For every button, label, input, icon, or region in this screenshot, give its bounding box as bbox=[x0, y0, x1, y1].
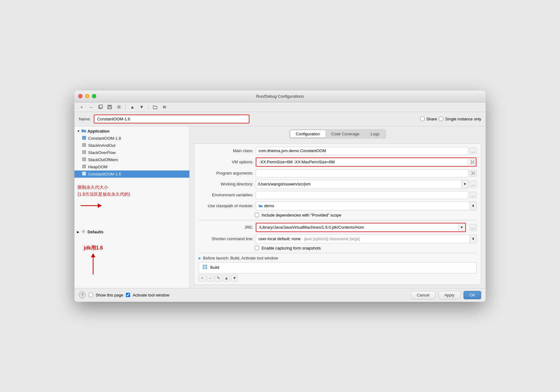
ok-button[interactable]: OK bbox=[463, 291, 481, 299]
env-vars-label: Environment variables: bbox=[199, 193, 253, 197]
tab-code-coverage[interactable]: Code Coverage bbox=[325, 130, 365, 138]
main-class-input[interactable] bbox=[256, 147, 468, 155]
main-class-expand-button[interactable]: ... bbox=[470, 147, 477, 154]
help-button[interactable]: ? bbox=[79, 292, 86, 298]
annotation-text-3: jdk用1.6 bbox=[84, 245, 186, 251]
file-icon-4: J bbox=[82, 157, 86, 162]
annotation-arrow-1 bbox=[78, 199, 102, 212]
shorten-dropdown-button[interactable]: ⬍ bbox=[469, 235, 476, 243]
include-deps-checkbox[interactable] bbox=[255, 213, 259, 217]
svg-text:J: J bbox=[83, 137, 85, 139]
working-dir-row: Working directory: ▼ ... bbox=[199, 180, 477, 189]
before-launch-triangle-icon: ▶ bbox=[199, 256, 201, 260]
program-args-input[interactable] bbox=[256, 169, 468, 177]
sidebar-item-constantoom18[interactable]: J ConstantOOM-1.8 bbox=[74, 135, 189, 142]
build-remove-button[interactable]: – bbox=[207, 275, 214, 282]
divider-1 bbox=[199, 220, 477, 220]
svg-text:J: J bbox=[83, 166, 85, 168]
sidebar-item-stackinandout[interactable]: J StackInAndOut bbox=[74, 142, 189, 149]
chevron-right-icon: ▶ bbox=[77, 230, 79, 234]
application-chevron-icon: ▼ bbox=[77, 129, 80, 133]
include-deps-row: Include dependencies with "Provided" sco… bbox=[255, 213, 477, 217]
classpath-label: Use classpath of module: bbox=[199, 203, 253, 208]
move-up-button[interactable]: ▲ bbox=[128, 104, 136, 110]
activate-tool-checkbox[interactable] bbox=[126, 293, 130, 297]
move-down-button[interactable]: ▼ bbox=[138, 104, 146, 110]
copy-config-button[interactable] bbox=[96, 104, 104, 110]
sidebar-item-stackoverflow[interactable]: J StackOverFlow bbox=[74, 149, 189, 156]
classpath-dropdown-button[interactable]: ⬍ bbox=[469, 202, 476, 210]
tab-logs[interactable]: Logs bbox=[365, 130, 385, 138]
apply-button[interactable]: Apply bbox=[439, 291, 461, 299]
sort-button[interactable] bbox=[160, 104, 168, 110]
env-vars-expand-button[interactable]: ... bbox=[470, 192, 477, 198]
vm-options-row: VM options: bbox=[199, 157, 477, 167]
jre-dropdown-button[interactable]: ▼ bbox=[458, 223, 465, 231]
bottom-bar: ? Show this page Activate tool window Ca… bbox=[74, 288, 486, 302]
tab-configuration[interactable]: Configuration bbox=[290, 130, 325, 138]
settings-button[interactable] bbox=[115, 104, 123, 110]
maximize-button[interactable] bbox=[92, 94, 96, 98]
window: Run/Debug Configurations + – bbox=[74, 91, 486, 302]
working-dir-input[interactable] bbox=[256, 180, 461, 188]
save-config-button[interactable] bbox=[106, 104, 114, 110]
build-add-button[interactable]: + bbox=[199, 275, 206, 282]
capture-checkbox[interactable] bbox=[255, 246, 259, 250]
sidebar-item-defaults[interactable]: ▶ Defaults bbox=[74, 228, 189, 236]
sidebar-item-label-6: ConstantOOM-1.6 bbox=[88, 172, 121, 176]
annotation-text-1: 限制永久代大小 (1.6方法区是放在永久代的) bbox=[78, 184, 186, 198]
cancel-button[interactable]: Cancel bbox=[411, 291, 435, 299]
folder-button[interactable] bbox=[151, 104, 159, 110]
before-launch-section: ▶ Before launch: Build, Activate tool wi… bbox=[199, 256, 477, 282]
single-instance-checkbox[interactable] bbox=[439, 117, 443, 121]
share-checkbox[interactable] bbox=[420, 117, 425, 121]
program-args-expand-button[interactable] bbox=[470, 170, 477, 177]
sidebar-item-constantoom16[interactable]: J ConstantOOM-1.6 bbox=[74, 170, 189, 178]
build-down-button[interactable]: ▼ bbox=[231, 275, 238, 282]
sidebar-item-heapoom[interactable]: J HeapOOM bbox=[74, 163, 189, 170]
file-icon-3: J bbox=[82, 150, 86, 155]
tab-group: Configuration Code Coverage Logs bbox=[289, 129, 386, 138]
single-instance-label: Single instance only bbox=[445, 117, 481, 121]
jre-wrapper: ▼ bbox=[256, 223, 466, 232]
build-edit-button[interactable]: ✎ bbox=[215, 275, 222, 282]
sidebar-group-application[interactable]: ▼ Application bbox=[74, 128, 189, 135]
minimize-button[interactable] bbox=[85, 94, 89, 98]
show-page-checkbox[interactable] bbox=[89, 293, 93, 297]
svg-text:↓: ↓ bbox=[203, 267, 205, 270]
vm-options-input[interactable] bbox=[256, 158, 468, 166]
build-up-button[interactable]: ▲ bbox=[223, 275, 230, 282]
file-icon-1: J bbox=[82, 136, 86, 141]
gear-icon bbox=[81, 229, 86, 235]
env-vars-row: Environment variables: ... bbox=[199, 191, 477, 199]
svg-text:J: J bbox=[83, 144, 85, 146]
main-layout: + – ▲ bbox=[74, 102, 486, 302]
main-class-input-wrapper: ... bbox=[256, 147, 477, 155]
sidebar: ▼ Application J bbox=[74, 126, 190, 288]
vm-options-label: VM options: bbox=[199, 160, 253, 164]
env-vars-input[interactable] bbox=[256, 191, 468, 199]
shorten-row: Shorten command line: user-local default… bbox=[199, 235, 477, 243]
jre-browse-button[interactable]: ... bbox=[470, 224, 477, 231]
remove-config-button[interactable]: – bbox=[87, 104, 95, 110]
classpath-wrapper: demo ⬍ bbox=[256, 202, 477, 210]
defaults-label: Defaults bbox=[88, 230, 103, 234]
window-title: Run/Debug Configurations bbox=[256, 94, 304, 99]
working-dir-browse-button[interactable]: ... bbox=[470, 181, 477, 188]
capture-row: Enable capturing form snapshots bbox=[255, 246, 477, 250]
name-input[interactable] bbox=[94, 115, 249, 123]
vm-options-expand-button[interactable] bbox=[469, 159, 476, 166]
shorten-label: Shorten command line: bbox=[199, 236, 253, 241]
main-class-label: Main class: bbox=[199, 148, 253, 153]
jre-input[interactable] bbox=[256, 223, 458, 231]
add-config-button[interactable]: + bbox=[78, 104, 86, 110]
right-panel: Configuration Code Coverage Logs Main cl… bbox=[190, 126, 486, 288]
main-class-row: Main class: ... bbox=[199, 147, 477, 155]
show-page-row: Show this page Activate tool window bbox=[89, 293, 169, 297]
sidebar-item-stackoutofmem[interactable]: J StackOutOfMem bbox=[74, 156, 189, 163]
classpath-value: demo bbox=[256, 203, 277, 208]
working-dir-dropdown-button[interactable]: ▼ bbox=[461, 180, 468, 188]
close-button[interactable] bbox=[78, 94, 83, 98]
svg-text:J: J bbox=[83, 173, 85, 175]
application-folder-icon bbox=[81, 128, 86, 134]
